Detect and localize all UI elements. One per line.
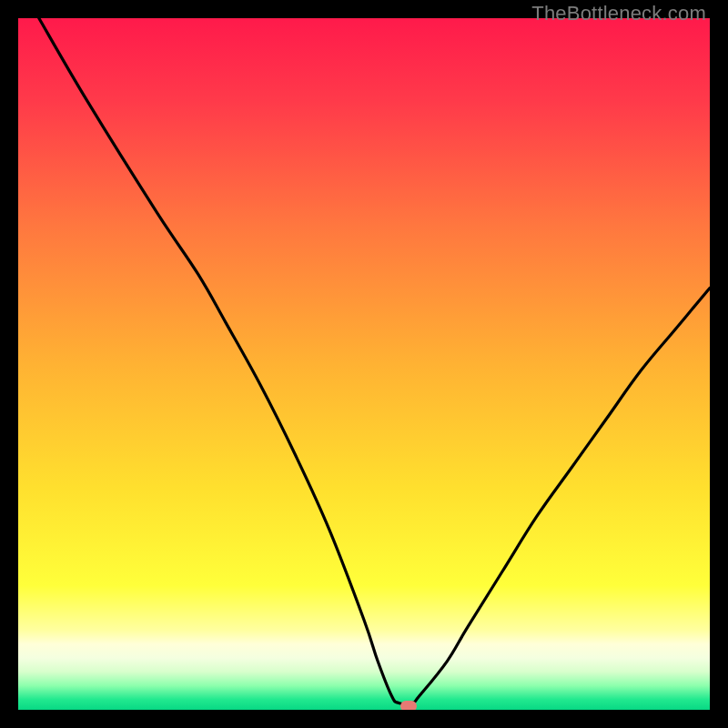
chart-frame: TheBottleneck.com bbox=[0, 0, 728, 728]
optimum-marker bbox=[400, 701, 417, 710]
bottleneck-curve bbox=[18, 18, 710, 710]
plot-area bbox=[18, 18, 710, 710]
watermark-text: TheBottleneck.com bbox=[531, 2, 706, 25]
